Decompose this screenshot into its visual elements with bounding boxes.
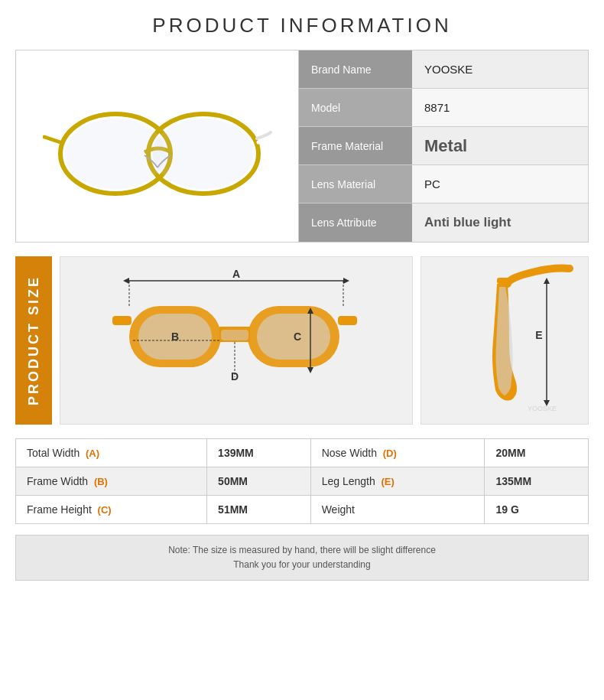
label-model: Model bbox=[299, 89, 412, 126]
svg-marker-9 bbox=[343, 278, 349, 284]
meas-value-frame-width: 50MM bbox=[207, 467, 311, 496]
meas-label-nose-width: Nose Width (D) bbox=[310, 439, 485, 467]
svg-rect-15 bbox=[221, 330, 248, 340]
meas-label-frame-width: Frame Width (B) bbox=[16, 467, 207, 496]
glasses-front-diagram: A bbox=[60, 256, 413, 425]
info-row-frame-material: Frame Material Metal bbox=[299, 127, 588, 165]
meas-value-total-width: 139MM bbox=[207, 439, 311, 467]
glasses-side-diagram: E YOOSKE bbox=[421, 256, 589, 425]
svg-text:A: A bbox=[232, 268, 240, 280]
svg-rect-16 bbox=[112, 316, 132, 325]
svg-text:YOOSKE: YOOSKE bbox=[528, 405, 557, 412]
note-line1: Note: The size is measured by hand, ther… bbox=[31, 543, 573, 558]
svg-marker-23 bbox=[307, 367, 313, 373]
product-image-area bbox=[16, 50, 299, 242]
svg-marker-8 bbox=[123, 278, 129, 284]
measurement-row-3: Frame Height (C) 51MM Weight 19 G bbox=[16, 496, 589, 524]
info-row-lens-material: Lens Material PC bbox=[299, 165, 588, 203]
page-container: PRODUCT INFORMATION bbox=[0, 0, 604, 700]
top-section: Brand Name YOOSKE Model 8871 Frame Mater… bbox=[15, 50, 589, 243]
measurement-row-2: Frame Width (B) 50MM Leg Length (E) 135M… bbox=[16, 467, 589, 496]
note-line2: Thank you for your understanding bbox=[31, 558, 573, 572]
info-row-lens-attribute: Lens Attribute Anti blue light bbox=[299, 203, 588, 242]
glasses-image bbox=[43, 85, 272, 207]
front-diagram-svg: A bbox=[106, 264, 366, 417]
meas-value-leg-length: 135MM bbox=[485, 467, 589, 496]
info-row-brand: Brand Name YOOSKE bbox=[299, 50, 588, 89]
svg-line-2 bbox=[44, 137, 60, 142]
meas-value-weight: 19 G bbox=[485, 496, 589, 524]
side-diagram-svg: E YOOSKE bbox=[428, 264, 581, 417]
label-frame-material: Frame Material bbox=[299, 127, 412, 164]
meas-label-total-width: Total Width (A) bbox=[16, 439, 207, 467]
value-brand: YOOSKE bbox=[412, 57, 588, 82]
meas-label-weight: Weight bbox=[310, 496, 485, 524]
info-row-model: Model 8871 bbox=[299, 89, 588, 127]
value-frame-material: Metal bbox=[412, 130, 588, 162]
svg-point-4 bbox=[65, 119, 166, 189]
svg-text:C: C bbox=[294, 330, 301, 343]
page-title: PRODUCT INFORMATION bbox=[152, 14, 451, 37]
note-box: Note: The size is measured by hand, ther… bbox=[15, 535, 589, 581]
svg-rect-17 bbox=[338, 316, 357, 325]
svg-text:B: B bbox=[171, 330, 179, 343]
meas-label-frame-height: Frame Height (C) bbox=[16, 496, 207, 524]
info-table: Brand Name YOOSKE Model 8871 Frame Mater… bbox=[299, 50, 588, 242]
value-model: 8871 bbox=[412, 95, 588, 120]
value-lens-material: PC bbox=[412, 171, 588, 197]
value-lens-attribute: Anti blue light bbox=[412, 209, 588, 236]
product-size-label: PRODUCT SIZE bbox=[15, 256, 52, 425]
svg-marker-31 bbox=[544, 278, 550, 284]
label-lens-attribute: Lens Attribute bbox=[299, 203, 412, 242]
meas-value-frame-height: 51MM bbox=[207, 496, 311, 524]
svg-text:E: E bbox=[535, 329, 542, 341]
measurements-table: Total Width (A) 139MM Nose Width (D) 20M… bbox=[15, 438, 589, 524]
meas-label-leg-length: Leg Length (E) bbox=[310, 467, 485, 496]
svg-point-5 bbox=[153, 119, 254, 189]
meas-value-nose-width: 20MM bbox=[485, 439, 589, 467]
label-lens-material: Lens Material bbox=[299, 165, 412, 203]
measurement-row-1: Total Width (A) 139MM Nose Width (D) 20M… bbox=[16, 439, 589, 467]
label-brand: Brand Name bbox=[299, 50, 412, 88]
size-section: PRODUCT SIZE A bbox=[15, 256, 589, 425]
